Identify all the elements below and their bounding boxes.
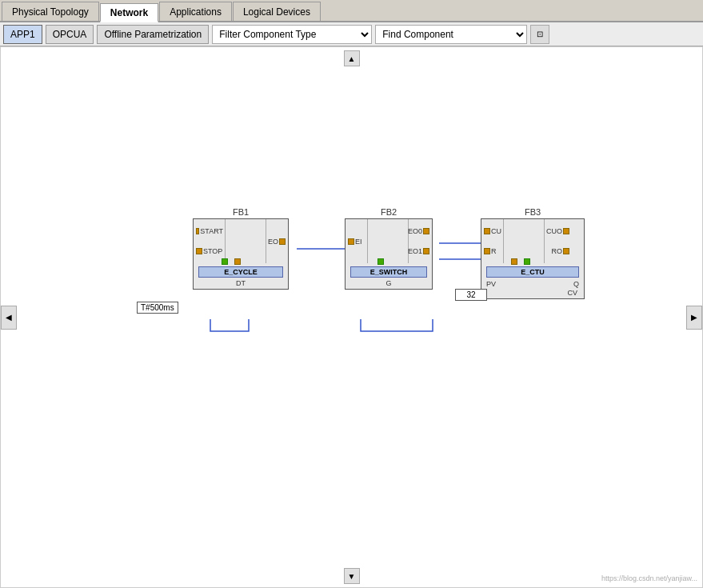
fb3-cuo-port-dot [563, 228, 569, 234]
fb2-eo1-port-dot [423, 248, 429, 254]
fb3-q-label: Q [565, 279, 581, 289]
fb3-pv-value: 32 [455, 289, 487, 301]
fb3-r-port: R [491, 246, 497, 256]
fb2-sub-block: E_SWITCH [350, 266, 427, 278]
left-scroll-arrow[interactable]: ◀ [1, 306, 17, 330]
tab-physical-topology[interactable]: Physical Topology [2, 2, 99, 21]
fb3-cv-label: CV [485, 289, 581, 297]
fb1-start-port-dot [196, 228, 199, 234]
fb1-eo-port: EO [268, 237, 278, 246]
fb1-input-value: T#500ms [137, 302, 178, 314]
fb3-pv-label: PV [485, 279, 505, 289]
filter-component-type-select[interactable]: Filter Component Type [212, 25, 372, 44]
fb2-label: FB2 [381, 207, 397, 217]
watermark: https://blog.csdn.net/yanjiaw... [601, 574, 697, 582]
canvas-area: ▲ ▼ ◀ ▶ FB1 START [0, 46, 703, 588]
fb3-left-ports: CU R [481, 219, 504, 263]
fb3-cuo-port: CUO [546, 226, 562, 236]
tab-logical-devices[interactable]: Logical Devices [233, 2, 321, 21]
fb2-ei-port: EI [355, 237, 362, 246]
fb1-eo-port-dot [279, 238, 286, 245]
fb1-sub-container: E_CYCLE DT [197, 266, 285, 287]
bottom-scroll-arrow[interactable]: ▼ [344, 568, 360, 584]
fb2-eo1-port: EO1 [408, 246, 422, 256]
toolbar: APP1 OPCUA Offline Parametrization Filte… [0, 22, 703, 46]
fb2-g-label: G [349, 279, 429, 287]
fb1-stop-port: STOP [203, 246, 222, 256]
fb2-block[interactable]: EI EO0 EO1 [345, 218, 433, 290]
opcua-button[interactable]: OPCUA [46, 25, 94, 44]
top-tab-bar: Physical Topology Network Applications L… [0, 0, 703, 22]
fb1-container: FB1 START STOP EO [193, 207, 289, 290]
app1-button[interactable]: APP1 [3, 25, 42, 44]
tab-network[interactable]: Network [100, 3, 158, 22]
fb2-right-ports: EO0 EO1 [408, 219, 432, 263]
fb1-label: FB1 [233, 207, 249, 217]
fb3-label: FB3 [525, 207, 541, 217]
fb2-eo0-port: EO0 [408, 226, 422, 236]
fb2-eo0-port-dot [423, 228, 429, 234]
fb1-stop-port-dot [196, 248, 202, 254]
fb2-left-ports: EI [346, 219, 368, 263]
fb1-green-dot2 [234, 257, 242, 268]
top-scroll-arrow[interactable]: ▲ [344, 50, 360, 66]
fb3-sub-container: E_CTU PV Q CV [485, 266, 581, 297]
fb1-sub-block: E_CYCLE [198, 266, 283, 278]
fb3-container: FB3 CU R CUO [481, 207, 585, 299]
offline-parametrization-button[interactable]: Offline Parametrization [97, 25, 209, 44]
right-scroll-arrow[interactable]: ▶ [686, 306, 702, 330]
fb2-ei-port-dot [348, 238, 354, 245]
fb1-dt-label: DT [197, 279, 285, 287]
fb3-sub-block: E_CTU [486, 266, 579, 278]
fb1-right-ports: EO [266, 219, 288, 263]
connections-svg [1, 47, 702, 587]
fb3-ro-port-dot [563, 248, 569, 254]
fb3-cu-port-dot [484, 228, 490, 234]
fb1-block[interactable]: START STOP EO [193, 218, 289, 290]
fb2-center [368, 219, 408, 263]
tab-applications[interactable]: Applications [159, 2, 232, 21]
fb1-start-port: START [200, 226, 223, 236]
fb3-orange-dot1 [510, 257, 518, 268]
resize-button[interactable]: ⊡ [530, 25, 549, 44]
fb3-block[interactable]: CU R CUO RO [481, 218, 585, 299]
fb2-green-dot [377, 257, 385, 268]
find-component-select[interactable]: Find Component [375, 25, 527, 44]
fb1-green-dot1 [221, 257, 229, 268]
fb3-ro-port: RO [552, 246, 563, 256]
fb3-right-ports: CUO RO [544, 219, 572, 263]
fb3-r-port-dot [484, 248, 490, 254]
fb2-container: FB2 EI EO0 EO1 [345, 207, 433, 290]
fb1-center [226, 219, 266, 263]
fb2-sub-container: E_SWITCH G [349, 266, 429, 287]
fb3-cu-port: CU [491, 226, 501, 236]
fb3-orange-dot2 [523, 257, 531, 268]
